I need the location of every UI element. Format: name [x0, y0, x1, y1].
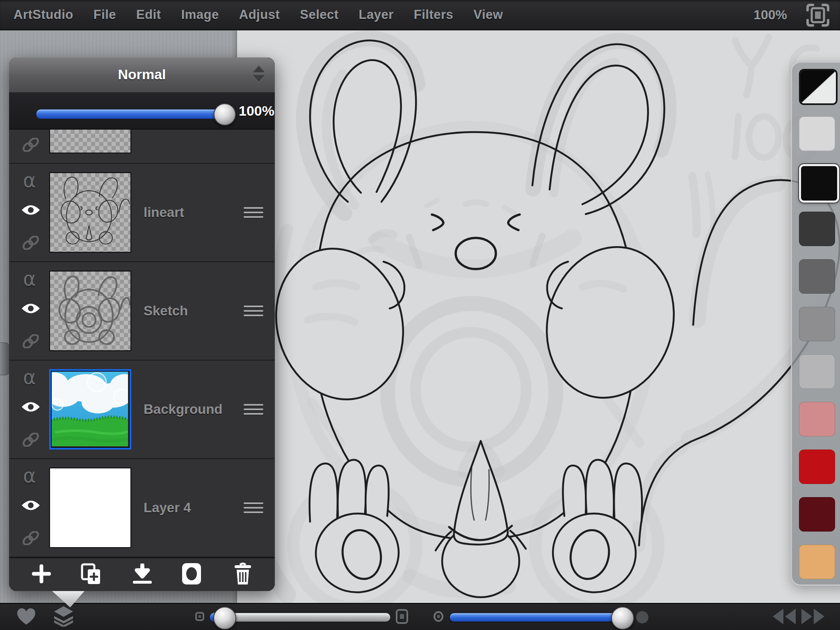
visibility-eye-icon[interactable]	[21, 301, 41, 317]
layer-opacity-control: 100%	[9, 93, 275, 130]
brush-opacity-slider[interactable]	[450, 613, 634, 622]
layer-thumbnail[interactable]	[49, 172, 131, 253]
color-palette	[791, 62, 840, 586]
up-down-arrows-icon[interactable]	[253, 66, 265, 84]
visibility-eye-icon[interactable]	[21, 203, 41, 219]
blend-mode-selector[interactable]: Normal	[9, 57, 275, 93]
color-swatch[interactable]	[799, 259, 835, 294]
fit-screen-icon[interactable]	[806, 3, 830, 27]
layers-toolbar	[9, 557, 275, 591]
panel-popover-arrow	[48, 591, 88, 608]
fast-forward-icon[interactable]	[801, 609, 824, 626]
drag-handle[interactable]	[244, 306, 263, 316]
menu-layer[interactable]: Layer	[359, 7, 394, 22]
drag-handle[interactable]	[244, 502, 263, 513]
color-swatch[interactable]	[799, 497, 835, 532]
color-swatch[interactable]	[799, 545, 835, 579]
brush-opacity-knob[interactable]	[611, 607, 634, 630]
visibility-eye-icon[interactable]	[21, 498, 41, 514]
delete-layer-icon[interactable]	[233, 562, 253, 587]
layer-name: Background	[144, 361, 223, 458]
menu-select[interactable]: Select	[300, 7, 338, 22]
drag-handle[interactable]	[244, 404, 263, 415]
drawing	[237, 30, 840, 603]
layer-row-sketch[interactable]: α Sketch	[9, 262, 275, 361]
layer-thumbnail[interactable]	[49, 468, 131, 548]
layers-panel: Normal 100% α	[9, 57, 275, 591]
link-icon[interactable]	[21, 334, 40, 350]
menu-edit[interactable]: Edit	[136, 7, 161, 22]
layer-thumbnail-selected[interactable]	[49, 369, 131, 450]
opacity-value: 100%	[239, 93, 275, 129]
layer-mask-icon[interactable]	[181, 562, 202, 587]
layer-name: lineart	[144, 164, 184, 261]
menu-view[interactable]: View	[473, 7, 503, 22]
opacity-slider[interactable]	[36, 109, 231, 119]
menu-filters[interactable]: Filters	[414, 7, 454, 22]
menu-bar: ArtStudio File Edit Image Adjust Select …	[0, 0, 840, 30]
link-icon[interactable]	[21, 433, 40, 448]
layer-name: Layer 4	[144, 459, 191, 557]
color-swatch[interactable]	[799, 450, 835, 484]
alpha-lock-icon[interactable]: α	[23, 365, 36, 388]
layer-thumbnail[interactable]	[49, 130, 131, 153]
color-swatch[interactable]	[799, 402, 835, 436]
color-swatch-selected[interactable]	[799, 164, 839, 203]
visibility-eye-icon[interactable]	[21, 400, 41, 415]
menu-adjust[interactable]: Adjust	[239, 7, 280, 22]
drag-handle[interactable]	[244, 207, 263, 218]
blend-mode-label: Normal	[9, 57, 275, 91]
color-swatch[interactable]	[799, 307, 835, 341]
small-square-icon[interactable]	[195, 612, 204, 623]
opacity-slider-knob[interactable]	[214, 103, 236, 126]
menu-image[interactable]: Image	[181, 7, 219, 22]
link-icon[interactable]	[21, 138, 40, 153]
layer-row-layer4[interactable]: α Layer 4	[9, 459, 275, 557]
favorites-heart-icon[interactable]	[16, 608, 36, 627]
link-icon[interactable]	[21, 531, 40, 547]
color-swatch[interactable]	[799, 116, 835, 151]
duplicate-layer-icon[interactable]	[80, 563, 102, 587]
layer-name: Sketch	[144, 262, 188, 360]
alpha-lock-icon[interactable]: α	[23, 464, 36, 487]
artstudio-app: ArtStudio File Edit Image Adjust Select …	[0, 0, 840, 630]
large-square-icon[interactable]	[395, 609, 409, 626]
layer-row-lineart[interactable]: α	[9, 164, 275, 262]
merge-down-icon[interactable]	[132, 563, 153, 587]
canvas-artwork[interactable]	[237, 30, 840, 603]
link-icon[interactable]	[21, 236, 40, 251]
color-swatch[interactable]	[799, 212, 835, 246]
bottom-toolbar	[0, 603, 840, 630]
layer-row-background[interactable]: α	[9, 361, 275, 459]
color-swatch[interactable]	[799, 354, 835, 389]
layer-row-partial[interactable]	[9, 130, 275, 164]
layers-stack-icon[interactable]	[52, 606, 75, 628]
filled-circle-icon	[636, 611, 648, 623]
brush-size-slider[interactable]	[210, 613, 390, 622]
layer-thumbnail[interactable]	[49, 271, 131, 351]
zoom-level-indicator[interactable]: 100%	[753, 0, 787, 30]
alpha-lock-icon[interactable]: α	[23, 267, 36, 290]
brush-size-knob[interactable]	[213, 607, 236, 630]
foreground-background-swatch[interactable]	[799, 69, 838, 105]
side-drawer-handle[interactable]	[0, 342, 9, 375]
menu-artstudio[interactable]: ArtStudio	[14, 7, 73, 22]
add-layer-icon[interactable]	[32, 564, 51, 585]
alpha-lock-icon[interactable]: α	[23, 169, 36, 192]
small-circle-icon[interactable]	[433, 611, 444, 624]
rewind-icon[interactable]	[773, 609, 797, 626]
menu-file[interactable]: File	[94, 7, 116, 22]
